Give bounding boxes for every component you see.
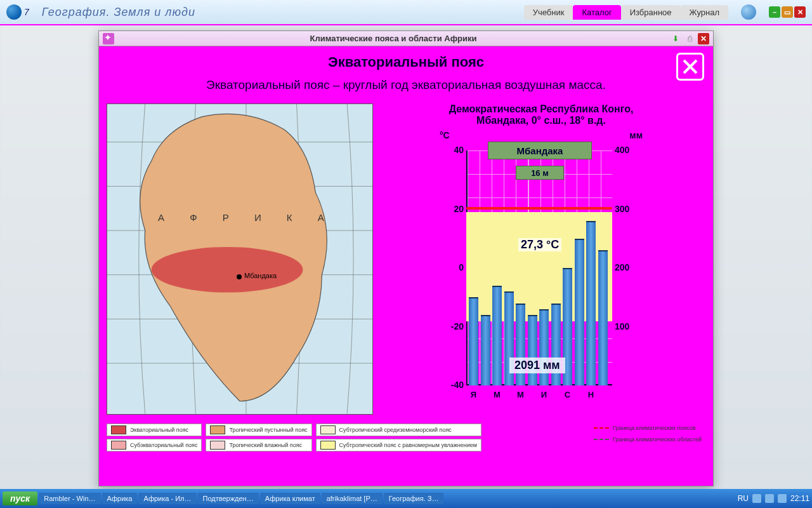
equatorial-zone: [152, 247, 303, 293]
page-title: Экваториальный пояс: [107, 54, 705, 70]
system-tray: RU 22:11: [738, 494, 809, 503]
chart-location-1: Демократическая Республика Конго,: [449, 104, 634, 115]
help-icon[interactable]: [741, 4, 756, 20]
tray-icon[interactable]: [752, 494, 761, 503]
download-icon[interactable]: ⬇: [670, 33, 681, 44]
legend-label: Субэкваториальный пояс: [130, 442, 197, 448]
station-marker-label: Мбандака: [244, 272, 277, 279]
temp-tick: 20: [441, 204, 464, 214]
precip-tick: 200: [615, 262, 629, 272]
month-tick: С: [563, 390, 572, 399]
legend-item: Субтропический средиземноморский пояс: [316, 424, 481, 436]
legend-label: Граница климатических областей: [613, 436, 702, 443]
taskbar-item[interactable]: Подтвержден…: [198, 493, 259, 504]
climate-plot: 27,3 °C 2091 мм ЯММИСН40200-20-404003002…: [440, 144, 643, 404]
legend-label: Тропический влажный пояс: [229, 442, 302, 448]
temp-tick: -20: [441, 321, 464, 331]
precip-tick: 100: [615, 321, 629, 331]
app-title: География. Земля и люди: [42, 6, 195, 19]
temp-tick: 0: [441, 262, 464, 272]
tray-icon[interactable]: [765, 494, 774, 503]
window-close-button[interactable]: ✕: [698, 33, 709, 44]
africa-map[interactable]: А Ф Р И К А Мбандака: [107, 104, 373, 415]
precip-bar: [528, 315, 537, 385]
legend-label: Тропический пустынный пояс: [229, 427, 307, 433]
precip-bar: [539, 309, 549, 385]
maximize-button[interactable]: ▭: [782, 6, 793, 18]
taskbar: пуск Rambler - Win…АфрикаАфрика - Ил…Под…: [0, 489, 812, 508]
legend-line-item: Граница климатических областей: [590, 435, 705, 444]
station-marker-icon: [237, 274, 242, 279]
precip-tick: 400: [615, 145, 629, 155]
legend-swatch-icon: [210, 441, 225, 450]
legend-item: Экваториальный пояс: [107, 424, 202, 436]
legend-swatch-icon: [210, 425, 225, 434]
legend-swatch-icon: [320, 425, 336, 434]
legend-label: Субтропический пояс с равномерным увлажн…: [339, 442, 477, 448]
top-tabs: УчебникКаталогИзбранноеЖурнал: [524, 5, 728, 20]
legend-swatch-icon: [111, 441, 126, 450]
print-icon[interactable]: ⎙: [684, 33, 695, 44]
content-window: Климатические пояса и области Африки ⬇ ⎙…: [98, 30, 714, 486]
month-tick: И: [539, 390, 549, 399]
taskbar-item[interactable]: afrikaklimat [Р…: [322, 493, 383, 504]
temp-tick: 40: [441, 145, 464, 155]
window-title: Климатические пояса и области Африки: [119, 34, 667, 43]
avg-temp-value: 27,3 °C: [518, 238, 561, 251]
globe-icon: [6, 4, 22, 20]
window-titlebar: Климатические пояса и области Африки ⬇ ⎙…: [99, 31, 713, 46]
app-header: 7 География. Земля и люди УчебникКаталог…: [0, 0, 812, 25]
app-close-button[interactable]: ✕: [794, 6, 806, 18]
precip-tick: 300: [615, 204, 629, 214]
taskbar-item[interactable]: География. З…: [384, 493, 444, 504]
overlay-close-button[interactable]: [676, 53, 704, 81]
legend-swatch-icon: [320, 441, 336, 450]
compass-icon: [103, 33, 114, 44]
legend-line-icon: [594, 439, 609, 440]
legend-item: Субтропический пояс с равномерным увлажн…: [316, 439, 481, 451]
tab-избранное[interactable]: Избранное: [621, 5, 681, 20]
tray-icon[interactable]: [778, 494, 787, 503]
chart-location-2: Мбандака, 0° с.ш., 18° в.д.: [476, 115, 606, 126]
tab-журнал[interactable]: Журнал: [681, 5, 728, 20]
temp-tick: -40: [441, 380, 464, 390]
continent-label: А Ф Р И К А: [158, 212, 336, 223]
window-controls: – ▭ ✕: [769, 6, 806, 18]
content-area: Экваториальный пояс Экваториальный пояс …: [99, 46, 713, 486]
unit-temp: °C: [440, 130, 450, 140]
legend-label: Граница климатических поясов: [613, 425, 696, 431]
precip-bar: [598, 250, 608, 385]
taskbar-item[interactable]: Африка климат: [260, 493, 320, 504]
taskbar-item[interactable]: Африка - Ил…: [138, 493, 196, 504]
tab-каталог[interactable]: Каталог: [573, 5, 620, 20]
tab-учебник[interactable]: Учебник: [524, 5, 573, 20]
station-badge: Мбандака: [488, 142, 592, 159]
start-button[interactable]: пуск: [3, 491, 37, 505]
precip-bar: [575, 239, 584, 385]
precip-bar: [492, 286, 502, 385]
precip-bar: [469, 297, 478, 385]
precip-bar: [586, 221, 596, 385]
taskbar-item[interactable]: Rambler - Win…: [39, 493, 100, 504]
temperature-line: [466, 204, 612, 213]
total-precip-value: 2091 мм: [509, 358, 565, 373]
month-tick: М: [492, 390, 502, 399]
clock: 22:11: [790, 494, 809, 503]
climate-chart-panel: Демократическая Республика Конго, Мбанда…: [377, 104, 705, 421]
legend-swatch-icon: [111, 425, 126, 434]
legend-item: Тропический влажный пояс: [206, 439, 311, 451]
legend: Экваториальный поясСубэкваториальный поя…: [107, 424, 705, 451]
altitude-badge: 16 м: [516, 166, 564, 180]
taskbar-item[interactable]: Африка: [102, 493, 138, 504]
page-subtitle: Экваториальный пояс – круглый год эквато…: [107, 78, 705, 92]
grade-label: 7: [24, 7, 29, 17]
minimize-button[interactable]: –: [769, 6, 780, 18]
month-tick: Н: [586, 390, 596, 399]
legend-item: Тропический пустынный пояс: [206, 424, 311, 436]
unit-prec: мм: [629, 130, 643, 140]
legend-line-icon: [594, 427, 609, 429]
map-svg: [107, 104, 372, 414]
legend-label: Экваториальный пояс: [130, 427, 188, 433]
language-indicator[interactable]: RU: [738, 494, 749, 503]
legend-line-item: Граница климатических поясов: [590, 424, 705, 432]
